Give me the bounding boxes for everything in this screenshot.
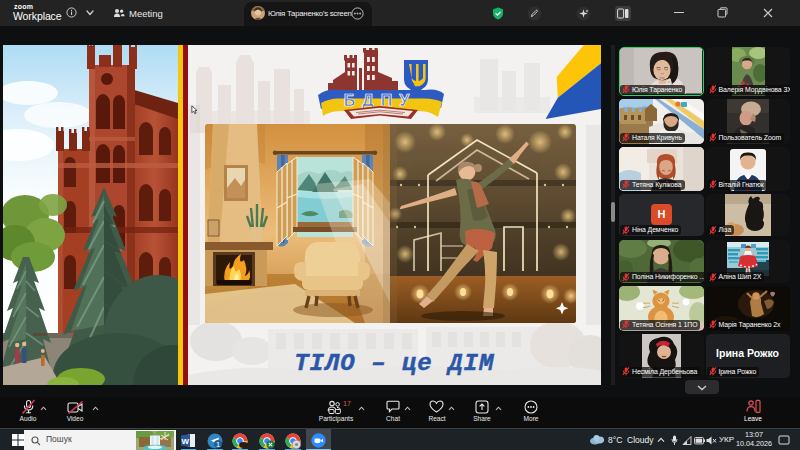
svg-text:1: 1 — [216, 440, 220, 449]
svg-text:W: W — [182, 437, 190, 446]
